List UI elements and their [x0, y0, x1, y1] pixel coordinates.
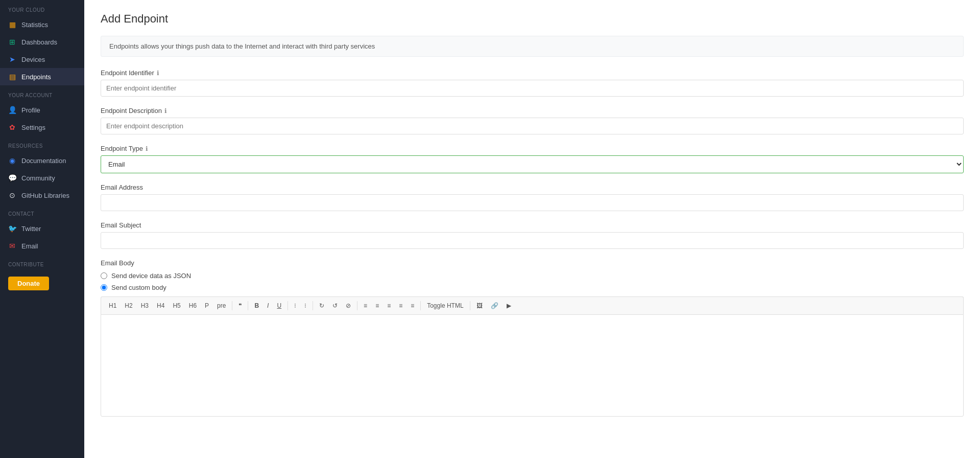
toolbar-separator-6	[420, 301, 421, 310]
email-address-group: Email Address	[101, 184, 964, 211]
toolbar-separator-4	[313, 301, 313, 310]
sidebar-label-twitter: Twitter	[21, 225, 41, 233]
toolbar-h6[interactable]: H6	[185, 300, 200, 311]
radio-json-label: Send device data as JSON	[111, 272, 191, 280]
toolbar-separator-2	[248, 301, 248, 310]
toolbar-toggle-html[interactable]: Toggle HTML	[423, 300, 467, 311]
main-content: Add Endpoint Endpoints allows your thing…	[84, 0, 980, 458]
radio-json[interactable]	[101, 272, 107, 279]
sidebar-label-profile: Profile	[21, 106, 40, 114]
page-title: Add Endpoint	[101, 12, 964, 26]
toolbar-italic[interactable]: I	[264, 300, 272, 311]
editor-toolbar: H1 H2 H3 H4 H5 H6 P pre ❝ B I U ⁝ ⁝ ↻ ↺ …	[101, 296, 964, 314]
toolbar-ul[interactable]: ⁝	[291, 300, 300, 311]
github-icon: ⊙	[8, 191, 16, 199]
endpoints-icon: ▤	[8, 73, 16, 81]
endpoint-identifier-label: Endpoint Identifier ℹ	[101, 69, 964, 77]
endpoint-description-group: Endpoint Description ℹ	[101, 107, 964, 134]
toolbar-undo[interactable]: ↺	[329, 300, 341, 311]
sidebar-label-settings: Settings	[21, 124, 45, 131]
settings-icon: ✿	[8, 123, 16, 131]
toolbar-bold[interactable]: B	[251, 300, 262, 311]
toolbar-clear[interactable]: ⊘	[342, 300, 354, 311]
toolbar-ol[interactable]: ⁝	[301, 300, 310, 311]
toolbar-h5[interactable]: H5	[169, 300, 184, 311]
profile-icon: 👤	[8, 106, 16, 114]
toolbar-image[interactable]: 🖼	[473, 300, 486, 311]
endpoint-description-input[interactable]	[101, 118, 964, 134]
endpoint-type-info-icon: ℹ	[146, 145, 148, 152]
sidebar-item-documentation[interactable]: ◉ Documentation	[0, 152, 84, 169]
email-body-editor[interactable]	[101, 314, 964, 417]
sidebar-item-endpoints[interactable]: ▤ Endpoints	[0, 68, 84, 85]
email-subject-label: Email Subject	[101, 221, 964, 229]
contribute-section: Donate	[0, 270, 84, 296]
toolbar-pre[interactable]: pre	[213, 300, 229, 311]
sidebar-item-devices[interactable]: ➤ Devices	[0, 51, 84, 68]
endpoint-identifier-group: Endpoint Identifier ℹ	[101, 69, 964, 97]
toolbar-h4[interactable]: H4	[153, 300, 168, 311]
endpoint-description-label: Endpoint Description ℹ	[101, 107, 964, 114]
email-body-label: Email Body	[101, 259, 964, 267]
toolbar-redo[interactable]: ↻	[316, 300, 328, 311]
toolbar-align-none[interactable]: ≡	[407, 300, 418, 311]
radio-option-custom[interactable]: Send custom body	[101, 284, 964, 291]
sidebar-item-github[interactable]: ⊙ GitHub Libraries	[0, 187, 84, 204]
stats-icon: ▦	[8, 20, 16, 29]
sidebar-item-dashboards[interactable]: ⊞ Dashboards	[0, 33, 84, 51]
community-icon: 💬	[8, 174, 16, 182]
sidebar-label-endpoints: Endpoints	[21, 73, 51, 81]
radio-option-json[interactable]: Send device data as JSON	[101, 272, 964, 280]
radio-custom[interactable]	[101, 284, 107, 291]
sidebar-label-devices: Devices	[21, 56, 45, 63]
endpoint-identifier-input[interactable]	[101, 80, 964, 97]
email-address-input[interactable]	[101, 194, 964, 211]
toolbar-align-right[interactable]: ≡	[384, 300, 394, 311]
toolbar-separator-1	[232, 301, 232, 310]
endpoint-identifier-info-icon: ℹ	[157, 70, 159, 77]
radio-group-body-type: Send device data as JSON Send custom bod…	[101, 272, 964, 291]
email-subject-input[interactable]	[101, 232, 964, 249]
toolbar-separator-3	[288, 301, 288, 310]
sidebar-label-statistics: Statistics	[21, 21, 48, 29]
sidebar-item-statistics[interactable]: ▦ Statistics	[0, 16, 84, 33]
toolbar-p[interactable]: P	[201, 300, 212, 311]
toolbar-video[interactable]: ▶	[503, 300, 515, 311]
toolbar-align-center[interactable]: ≡	[372, 300, 383, 311]
email-icon: ✉	[8, 242, 16, 250]
toolbar-blockquote[interactable]: ❝	[235, 300, 245, 311]
toolbar-h3[interactable]: H3	[137, 300, 152, 311]
documentation-icon: ◉	[8, 156, 16, 165]
toolbar-separator-5	[357, 301, 357, 310]
toolbar-align-left[interactable]: ≡	[360, 300, 371, 311]
sidebar-label-dashboards: Dashboards	[21, 38, 57, 46]
sidebar-item-profile[interactable]: 👤 Profile	[0, 101, 84, 119]
toolbar-separator-7	[470, 301, 470, 310]
sidebar-section-your-account: Your Account	[0, 85, 84, 101]
devices-icon: ➤	[8, 55, 16, 63]
sidebar-label-email: Email	[21, 242, 38, 250]
endpoint-description-info-icon: ℹ	[164, 107, 167, 114]
toolbar-h2[interactable]: H2	[121, 300, 136, 311]
sidebar-section-your-cloud: Your Cloud	[0, 0, 84, 16]
dashboards-icon: ⊞	[8, 38, 16, 46]
toolbar-h1[interactable]: H1	[105, 300, 120, 311]
twitter-icon: 🐦	[8, 224, 16, 233]
toolbar-align-full[interactable]: ≡	[395, 300, 406, 311]
sidebar: Your Cloud ▦ Statistics ⊞ Dashboards ➤ D…	[0, 0, 84, 458]
sidebar-label-community: Community	[21, 174, 55, 182]
email-body-group: Email Body Send device data as JSON Send…	[101, 259, 964, 417]
sidebar-item-email[interactable]: ✉ Email	[0, 237, 84, 255]
sidebar-item-twitter[interactable]: 🐦 Twitter	[0, 220, 84, 237]
sidebar-section-contact: Contact	[0, 204, 84, 220]
endpoint-type-select[interactable]: Email Webhook Twitter MQTT NodeRed	[101, 155, 964, 173]
donate-button[interactable]: Donate	[8, 277, 49, 290]
sidebar-section-contribute: Contribute	[0, 255, 84, 270]
email-address-label: Email Address	[101, 184, 964, 191]
sidebar-item-community[interactable]: 💬 Community	[0, 169, 84, 187]
toolbar-underline[interactable]: U	[273, 300, 285, 311]
endpoint-type-group: Endpoint Type ℹ Email Webhook Twitter MQ…	[101, 145, 964, 173]
radio-custom-label: Send custom body	[111, 284, 166, 291]
sidebar-item-settings[interactable]: ✿ Settings	[0, 119, 84, 136]
toolbar-link[interactable]: 🔗	[487, 300, 502, 311]
